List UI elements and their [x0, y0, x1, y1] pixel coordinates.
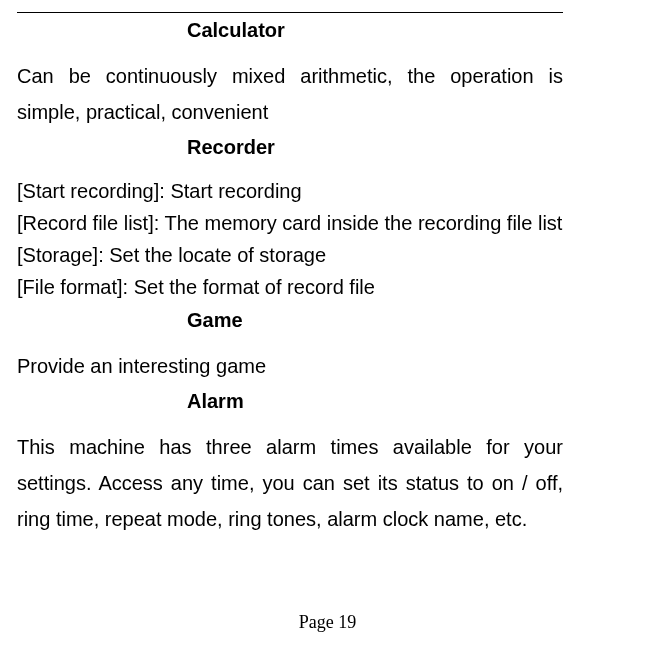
- document-page: Calculator Can be continuously mixed ari…: [0, 0, 655, 649]
- recorder-line-1: [Start recording]: Start recording: [17, 175, 563, 207]
- top-rule: [17, 12, 563, 13]
- heading-recorder: Recorder: [17, 136, 563, 159]
- heading-alarm: Alarm: [17, 390, 563, 413]
- recorder-line-3: [Storage]: Set the locate of storage: [17, 239, 563, 271]
- heading-game: Game: [17, 309, 563, 332]
- content-area: Calculator Can be continuously mixed ari…: [17, 12, 563, 543]
- page-number: Page 19: [0, 612, 655, 633]
- recorder-line-4: [File format]: Set the format of record …: [17, 271, 563, 303]
- body-game: Provide an interesting game: [17, 348, 563, 384]
- heading-calculator: Calculator: [17, 19, 563, 42]
- recorder-line-2: [Record file list]: The memory card insi…: [17, 207, 563, 239]
- body-calculator: Can be continuously mixed arithmetic, th…: [17, 58, 563, 130]
- body-alarm: This machine has three alarm times avail…: [17, 429, 563, 537]
